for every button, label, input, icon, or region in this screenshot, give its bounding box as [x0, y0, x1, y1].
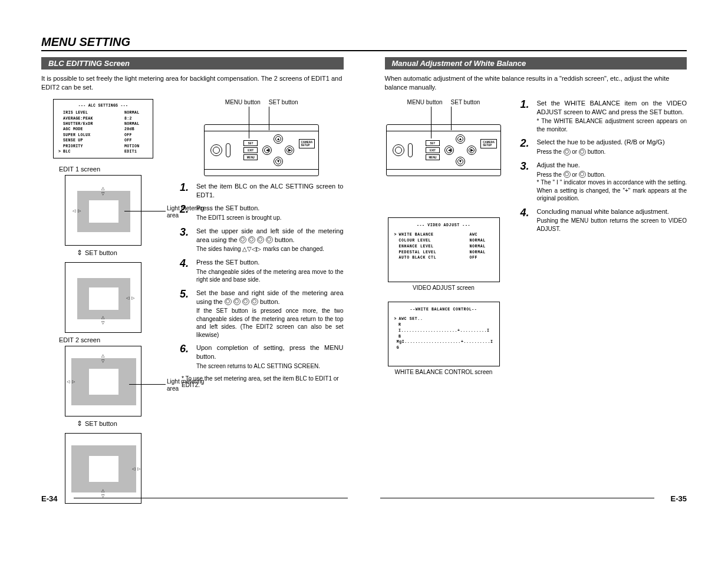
exit-button[interactable]: EXIT: [243, 147, 258, 153]
set-button[interactable]: SET: [426, 140, 440, 146]
direction-button-icon: [251, 298, 258, 305]
dpad-left-icon[interactable]: ◀: [444, 146, 454, 155]
wb-control-caption: WHITE BALANCE CONTROL screen: [385, 369, 503, 375]
video-adjust-osd: --- VIDEO ADJUST --- >WHITE BALANCEAWCCO…: [388, 217, 500, 282]
step: 6.Upon completion of setting, press the …: [180, 343, 344, 370]
blc-intro: It is possible to set freely the light m…: [41, 74, 344, 92]
slot-icon: [408, 143, 413, 157]
dpad[interactable]: ▲ ▼ ◀ ▶: [444, 134, 476, 166]
section-header-blc: BLC EDITTING Screen: [41, 57, 344, 70]
dpad-down-icon[interactable]: ▼: [456, 157, 465, 166]
dpad-up-icon[interactable]: ▲: [456, 134, 465, 144]
section-header-wb: Manual Adjustment of White Balance: [385, 57, 687, 70]
direction-button-icon: [564, 171, 571, 178]
osd-row: PEDESTAL LEVELNORMAL: [394, 250, 493, 256]
dpad-left-icon[interactable]: ◀: [262, 146, 272, 155]
osd-row: >BLCEDIT1: [58, 149, 148, 154]
set-button-indicator-2: ⇕SET button: [77, 420, 165, 427]
direction-button-icon: [248, 236, 255, 243]
direction-button-icon: [239, 236, 246, 243]
osd-row: AGC MODE20dB: [58, 127, 148, 132]
osd-row: SUPER LOLUXOFF: [58, 133, 148, 138]
direction-button-icon: [257, 236, 264, 243]
alc-settings-osd: --- ALC SETTINGS --- IRIS LEVELNORMALAVE…: [53, 99, 153, 159]
osd-row: AVERAGE:PEAK8:2: [58, 116, 148, 121]
osd-row: COLOUR LEVELNORMAL: [394, 238, 493, 244]
step: 1.Set the WHITE BALANCE item on the VIDE…: [521, 99, 687, 134]
edit2-screen: △ ▽ ◁ ▷ Light metering area: [65, 346, 141, 416]
right-page: Manual Adjustment of White Balance When …: [385, 57, 687, 507]
camera-setup-label: CAMERASETUP: [480, 139, 497, 149]
step: 1.Set the item BLC on the ALC SETTING sc…: [180, 182, 344, 200]
edit1-screen-b: ◁ ▷ △ ▽: [65, 262, 141, 333]
direction-button-icon: [242, 298, 249, 305]
dpad-right-icon[interactable]: ▶: [285, 146, 294, 155]
page-number-left: E-34: [41, 494, 57, 503]
direction-button-icon: [579, 171, 586, 178]
page-title: MENU SETTING: [41, 35, 687, 51]
control-panel-diagram-right: MENU button SET button: [386, 99, 501, 176]
osd-row: >WHITE BALANCEAWC: [394, 232, 493, 238]
set-button-indicator-1: ⇕SET button: [77, 249, 165, 256]
direction-button-icon: [564, 148, 571, 156]
control-panel-diagram-left: MENU button SET button: [204, 99, 319, 176]
dpad-right-icon[interactable]: ▶: [467, 146, 476, 155]
step: 2.Select the hue to be adjusted. (R/B or…: [521, 138, 687, 156]
osd-row: AUTO BLACK CTLOFF: [394, 255, 493, 261]
edit1-screen: △ ▽ ◁ ▷ Light metering area: [65, 175, 141, 246]
step: 4.Concluding manual white balance adjust…: [521, 207, 687, 233]
camera-setup-label: CAMERASETUP: [299, 139, 315, 149]
dpad-up-icon[interactable]: ▲: [274, 134, 283, 144]
edit2-screen-b: ◁ ▷ △ ▽: [65, 433, 141, 504]
page-number-right: E-35: [671, 494, 687, 503]
wb-control-osd: --WHITE BALANCE CONTROL-- >AWC SET.. R I…: [388, 302, 500, 366]
osd-row: ENHANCE LEVELNORMAL: [394, 244, 493, 250]
video-adjust-caption: VIDEO ADJUST screen: [385, 285, 503, 291]
menu-button[interactable]: MENU: [426, 154, 440, 160]
lens-icon: [393, 144, 404, 156]
direction-button-icon: [225, 298, 232, 305]
step: 4.Press the SET button.The changeable si…: [180, 258, 344, 284]
edit2-label: EDIT 2 screen: [59, 336, 165, 343]
exit-button[interactable]: EXIT: [426, 147, 440, 153]
slot-icon: [226, 143, 230, 157]
left-page: BLC EDITTING Screen It is possible to se…: [41, 57, 344, 507]
step: 3.Adjust the hue.Press the or button. * …: [521, 161, 687, 203]
direction-button-icon: [233, 298, 241, 305]
edit1-label: EDIT 1 screen: [59, 166, 165, 173]
step: 5.Set the base and right side of the met…: [180, 289, 344, 339]
menu-button[interactable]: MENU: [243, 154, 258, 160]
wb-intro: When automatic adjustment of the white b…: [385, 74, 687, 92]
dpad-down-icon[interactable]: ▼: [274, 157, 283, 166]
osd-row: SENSE UPOFF: [58, 138, 148, 143]
set-button[interactable]: SET: [243, 140, 258, 146]
direction-button-icon: [579, 148, 586, 156]
osd-row: SHUTTER/ExDRNORMAL: [58, 121, 148, 127]
step: 3.Set the upper side and left side of th…: [180, 227, 344, 253]
direction-button-icon: [266, 236, 273, 243]
dpad[interactable]: ▲ ▼ ◀ ▶: [262, 134, 294, 166]
osd-row: IRIS LEVELNORMAL: [58, 110, 148, 115]
osd-row: PRIORITYMOTION: [58, 144, 148, 149]
lens-icon: [210, 144, 222, 156]
